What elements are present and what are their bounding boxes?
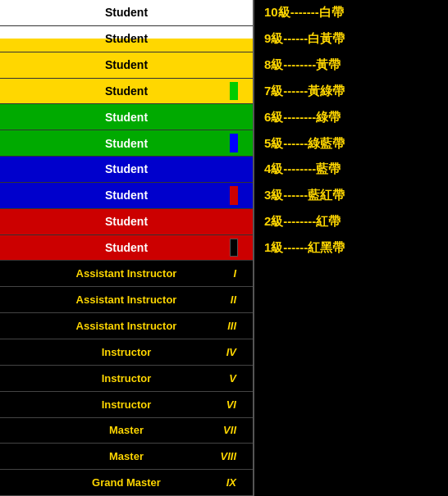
belt-label: Student bbox=[0, 6, 253, 19]
rank-text: 8級--------黃帶 bbox=[264, 57, 341, 73]
instructor-row-9: Grand MasterIX bbox=[0, 470, 253, 496]
rank-row-3: 8級--------黃帶 bbox=[261, 52, 448, 79]
instructor-rank-text: 黑帶一段 bbox=[264, 266, 313, 282]
instructor-rank-row-5: 黑帶五段 bbox=[261, 366, 448, 392]
instructor-label: Instructor bbox=[102, 398, 152, 411]
instructor-row-6: InstructorVI bbox=[0, 392, 253, 418]
roman-numeral: IV bbox=[226, 346, 236, 358]
belt-label: Student bbox=[0, 215, 253, 228]
roman-numeral: I bbox=[233, 267, 236, 280]
belt-label: Student bbox=[0, 241, 253, 254]
instructor-rank-row-9: 黑帶九段 bbox=[261, 470, 448, 496]
instructor-rank-text: 黑帶七段 bbox=[264, 423, 313, 439]
instructor-row-4: InstructorIV bbox=[0, 339, 253, 366]
instructor-rank-text: 黑帶六段 bbox=[264, 397, 313, 412]
roman-numeral: II bbox=[231, 294, 236, 306]
rank-text: 4級--------藍帶 bbox=[264, 162, 341, 177]
belt-row-10: Student bbox=[0, 235, 253, 262]
instructor-label: Master bbox=[109, 424, 144, 436]
roman-numeral: V bbox=[229, 372, 236, 385]
rank-text: 10級-------白帶 bbox=[264, 5, 344, 20]
instructor-label: Master bbox=[109, 450, 144, 462]
rank-text: 1級------紅黑帶 bbox=[264, 240, 345, 256]
instructor-rank-row-6: 黑帶六段 bbox=[261, 392, 448, 418]
rank-text: 5級------綠藍帶 bbox=[264, 136, 345, 152]
belt-row-2: Student bbox=[0, 26, 253, 52]
belt-row-1: Student bbox=[0, 0, 253, 26]
belt-stripe bbox=[230, 186, 238, 205]
belt-row-4: Student bbox=[0, 79, 253, 105]
roman-numeral: VIII bbox=[220, 450, 236, 462]
belt-row-7: Student bbox=[0, 157, 253, 183]
belt-row-8: Student bbox=[0, 183, 253, 209]
instructor-rank-text: 黑帶八段 bbox=[264, 449, 313, 465]
instructor-label: Assistant Instructor bbox=[76, 267, 177, 280]
rank-row-10: 1級------紅黑帶 bbox=[261, 235, 448, 262]
rank-text: 6級--------綠帶 bbox=[264, 110, 341, 125]
rank-row-8: 3級------藍紅帶 bbox=[261, 183, 448, 209]
instructor-rank-text: 黑帶二段 bbox=[264, 293, 313, 308]
belt-label: Student bbox=[0, 137, 253, 150]
instructor-row-7: MasterVII bbox=[0, 418, 253, 444]
instructor-label: Instructor bbox=[102, 372, 152, 385]
belt-row-9: Student bbox=[0, 209, 253, 235]
instructor-label: Instructor bbox=[102, 346, 152, 358]
belt-row-3: Student bbox=[0, 52, 253, 79]
rank-row-1: 10級-------白帶 bbox=[261, 0, 448, 26]
instructor-rank-text: 黑帶三段 bbox=[264, 319, 313, 334]
instructor-label: Grand Master bbox=[92, 476, 161, 489]
rank-row-2: 9級------白黃帶 bbox=[261, 26, 448, 52]
roman-numeral: VII bbox=[223, 424, 236, 436]
rank-row-5: 6級--------綠帶 bbox=[261, 104, 448, 130]
instructor-rank-row-2: 黑帶二段 bbox=[261, 287, 448, 313]
rank-text: 2級--------紅帶 bbox=[264, 214, 341, 230]
instructor-rank-row-4: 黑帶四段 bbox=[261, 339, 448, 366]
roman-numeral: III bbox=[227, 320, 236, 332]
belt-label: Student bbox=[0, 189, 253, 202]
belt-stripe bbox=[230, 82, 238, 101]
belt-rank-chart: StudentStudentStudentStudentStudentStude… bbox=[0, 0, 254, 496]
instructor-row-1: Assistant InstructorI bbox=[0, 261, 253, 287]
rank-row-9: 2級--------紅帶 bbox=[261, 209, 448, 235]
instructor-row-3: Assistant InstructorIII bbox=[0, 313, 253, 339]
belt-label: Student bbox=[0, 84, 253, 98]
rank-text: 7級------黃綠帶 bbox=[264, 84, 345, 99]
belt-label: Student bbox=[0, 32, 253, 45]
rank-text: 9級------白黃帶 bbox=[264, 31, 345, 47]
belt-row-6: Student bbox=[0, 130, 253, 157]
belt-stripe bbox=[230, 239, 238, 257]
rank-row-4: 7級------黃綠帶 bbox=[261, 79, 448, 105]
instructor-rank-row-1: 黑帶一段 bbox=[261, 261, 448, 287]
rank-row-7: 4級--------藍帶 bbox=[261, 157, 448, 183]
instructor-rank-row-3: 黑帶三段 bbox=[261, 313, 448, 339]
roman-numeral: IX bbox=[226, 476, 236, 489]
belt-stripe bbox=[230, 134, 238, 152]
instructor-row-5: InstructorV bbox=[0, 366, 253, 392]
belt-label: Student bbox=[0, 111, 253, 124]
rank-descriptions: 10級-------白帶9級------白黃帶8級--------黃帶7級---… bbox=[254, 0, 448, 496]
belt-label: Student bbox=[0, 58, 253, 71]
instructor-row-2: Assistant InstructorII bbox=[0, 287, 253, 313]
instructor-label: Assistant Instructor bbox=[76, 320, 177, 332]
belt-row-5: Student bbox=[0, 104, 253, 130]
rank-text: 3級------藍紅帶 bbox=[264, 188, 345, 203]
belt-label: Student bbox=[0, 162, 253, 175]
roman-numeral: VI bbox=[226, 398, 236, 411]
instructor-rank-text: 黑帶四段 bbox=[264, 344, 313, 360]
rank-row-6: 5級------綠藍帶 bbox=[261, 130, 448, 157]
instructor-rank-text: 黑帶九段 bbox=[264, 476, 313, 491]
instructor-rank-text: 黑帶五段 bbox=[264, 371, 313, 386]
instructor-row-8: MasterVIII bbox=[0, 444, 253, 470]
instructor-rank-row-7: 黑帶七段 bbox=[261, 418, 448, 444]
instructor-label: Assistant Instructor bbox=[76, 294, 177, 306]
instructor-rank-row-8: 黑帶八段 bbox=[261, 444, 448, 470]
